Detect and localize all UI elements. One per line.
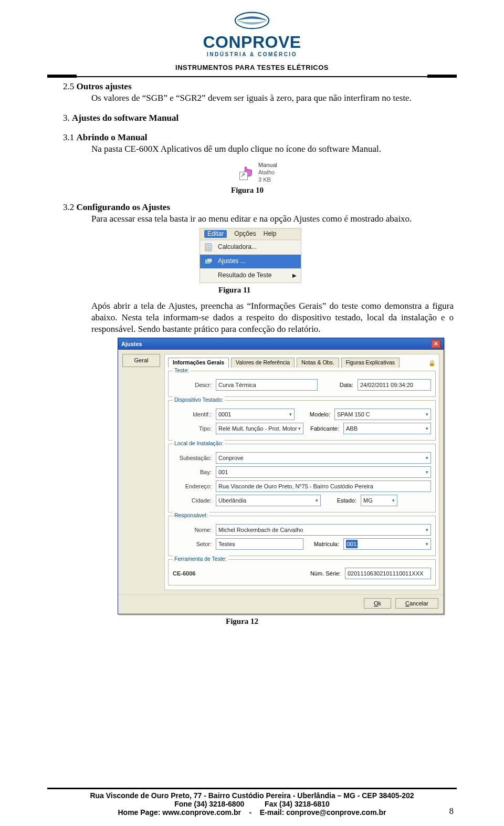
- heading-3-2-num: 3.2: [63, 202, 77, 212]
- ok-button[interactable]: Ok: [364, 598, 391, 609]
- page-number: 8: [449, 806, 454, 817]
- menu-item-label: Resultado de Teste: [218, 271, 272, 279]
- input-fabricante[interactable]: ABB▾: [343, 423, 431, 434]
- blank-icon: [204, 271, 213, 280]
- group-legend: Teste:: [173, 367, 191, 374]
- menu-item-resultado[interactable]: Resultado de Teste ▶: [200, 268, 301, 283]
- label-identif: Identif.:: [173, 411, 212, 418]
- heading-3-num: 3.: [63, 113, 72, 123]
- label-tipo: Tipo:: [173, 425, 212, 432]
- footer: Rua Visconde de Ouro Preto, 77 - Bairro …: [0, 788, 504, 817]
- shortcut-size: 3 KB: [258, 176, 277, 183]
- tab-valores-ref[interactable]: Valores de Referência: [231, 358, 295, 367]
- label-ce6006: CE-6006: [173, 570, 215, 577]
- header: CONPROVE INDÚSTRIA & COMÉRCIO INSTRUMENT…: [0, 0, 504, 71]
- para-3-2-after: Após abrir a tela de Ajustes, preencha a…: [91, 300, 454, 334]
- label-matricula: Matrícula:: [308, 540, 339, 548]
- input-nome[interactable]: Michel Rockembach de Carvalho▾: [216, 524, 431, 536]
- submenu-arrow-icon: ▶: [292, 273, 297, 279]
- tab-info-gerais[interactable]: Informações Gerais: [168, 358, 229, 367]
- cancel-button[interactable]: Cancelar: [395, 598, 438, 609]
- tab-notas[interactable]: Notas & Obs.: [297, 358, 339, 367]
- chevron-down-icon[interactable]: ▾: [426, 468, 428, 476]
- menu-item-ajustes[interactable]: Ajustes ...: [200, 254, 301, 268]
- svg-rect-2: [206, 245, 211, 246]
- heading-3-2: 3.2 Configurando os Ajustes: [63, 202, 454, 213]
- chevron-down-icon[interactable]: ▾: [392, 496, 395, 505]
- footer-line-3: Home Page: www.conprove.com.br - E-mail:…: [0, 808, 504, 817]
- svg-rect-10: [207, 258, 212, 263]
- svg-point-6: [206, 249, 207, 250]
- close-icon[interactable]: ✕: [431, 340, 440, 348]
- chevron-down-icon[interactable]: ▾: [426, 410, 428, 419]
- chevron-down-icon[interactable]: ▾: [289, 410, 292, 419]
- heading-3-title: Ajustes do software Manual: [72, 113, 178, 123]
- group-dispositivo: Dispositivo Testado: Identif.: 0001▾ Mod…: [168, 400, 436, 441]
- group-local: Local de Instalação: Subestação: Conprov…: [168, 444, 436, 513]
- calculator-icon: [204, 243, 213, 252]
- group-ferramenta: Ferramenta de Teste: CE-6006 Núm. Série:…: [168, 559, 436, 585]
- input-cidade[interactable]: Uberlândia▾: [216, 495, 321, 506]
- label-estado: Estado:: [325, 497, 356, 504]
- heading-3-1: 3.1 Abrindo o Manual: [63, 132, 454, 143]
- dialog-title: Ajustes: [121, 340, 142, 348]
- menu-item-label: Ajustes ...: [218, 257, 246, 265]
- svg-point-4: [208, 247, 209, 248]
- logo-mark-icon: [234, 9, 270, 32]
- heading-2-5-num: 2.5: [63, 81, 77, 91]
- chevron-down-icon[interactable]: ▾: [298, 424, 301, 433]
- menu-figure: Editar Opções Help Calculadora... Ajuste…: [200, 228, 301, 283]
- heading-2-5-title: Outros ajustes: [77, 81, 132, 91]
- chevron-down-icon[interactable]: ▾: [426, 454, 428, 462]
- input-tipo[interactable]: Relé Mult. função - Prot. Motor▾: [216, 423, 303, 434]
- input-endereco[interactable]: Rua Visconde de Ouro Preto, Nº75 - Bairr…: [216, 480, 431, 492]
- input-estado[interactable]: MG▾: [361, 495, 397, 506]
- input-subestacao[interactable]: Conprove▾: [216, 452, 431, 464]
- menu-item-calculadora[interactable]: Calculadora...: [200, 240, 301, 254]
- chevron-down-icon[interactable]: ▾: [426, 526, 428, 534]
- input-modelo[interactable]: SPAM 150 C▾: [334, 409, 431, 420]
- tab-figuras[interactable]: Figuras Explicativas: [341, 358, 400, 367]
- shortcut-type: Atalho: [258, 169, 277, 176]
- label-setor: Setor:: [173, 540, 212, 548]
- input-num-serie[interactable]: 02011106302101110011XXX: [345, 568, 431, 579]
- footer-line-1: Rua Visconde de Ouro Preto, 77 - Bairro …: [0, 791, 504, 800]
- shortcut-arrow-icon: [239, 172, 248, 180]
- svg-point-5: [209, 247, 211, 248]
- input-data[interactable]: 24/02/2011 09:34:20: [358, 379, 431, 391]
- footer-line-2: Fone (34) 3218-6800 Fax (34) 3218-6810: [0, 800, 504, 808]
- label-fabricante: Fabricante:: [308, 425, 339, 432]
- group-responsavel: Responsável: Nome: Michel Rockembach de …: [168, 516, 436, 556]
- caption-fig-10: Figura 10: [63, 185, 454, 195]
- input-matricula[interactable]: 001▾: [343, 538, 431, 550]
- input-setor[interactable]: Testes: [216, 538, 303, 550]
- chevron-down-icon[interactable]: ▾: [316, 496, 318, 505]
- menubar-editar[interactable]: Editar: [204, 230, 227, 238]
- brand-name: CONPROVE: [203, 34, 301, 50]
- side-tab-geral[interactable]: Geral: [122, 354, 160, 367]
- input-identif[interactable]: 0001▾: [216, 409, 295, 420]
- input-descr[interactable]: Curva Térmica: [216, 379, 318, 391]
- chevron-down-icon[interactable]: ▾: [426, 424, 428, 433]
- tagline: INSTRUMENTOS PARA TESTES ELÉTRICOS: [0, 64, 504, 71]
- shortcut-meta: Manual Atalho 3 KB: [258, 161, 277, 183]
- menubar: Editar Opções Help: [200, 228, 301, 240]
- svg-point-3: [206, 247, 207, 248]
- label-subestacao: Subestação:: [173, 454, 212, 462]
- group-legend: Ferramenta de Teste:: [173, 556, 228, 562]
- group-legend: Local de Instalação:: [173, 440, 225, 447]
- para-2-5: Os valores de “SGB” e “SGR2” devem ser i…: [91, 92, 454, 104]
- input-bay[interactable]: 001▾: [216, 466, 431, 478]
- svg-point-0: [235, 13, 269, 29]
- chevron-down-icon[interactable]: ▾: [426, 540, 428, 548]
- para-3-2: Para acessar essa tela basta ir ao menu …: [91, 213, 454, 225]
- group-legend: Responsável:: [173, 512, 209, 519]
- menubar-help[interactable]: Help: [264, 230, 277, 238]
- label-nome: Nome:: [173, 526, 212, 534]
- heading-3-1-num: 3.1: [63, 132, 77, 142]
- label-num-serie: Núm. Série:: [304, 570, 341, 577]
- shortcut-figure: Manual Atalho 3 KB: [63, 161, 454, 183]
- para-3-1: Na pasta CE-600X Aplicativos dê um duplo…: [91, 143, 454, 155]
- label-bay: Bay:: [173, 468, 212, 476]
- menubar-opcoes[interactable]: Opções: [234, 230, 256, 238]
